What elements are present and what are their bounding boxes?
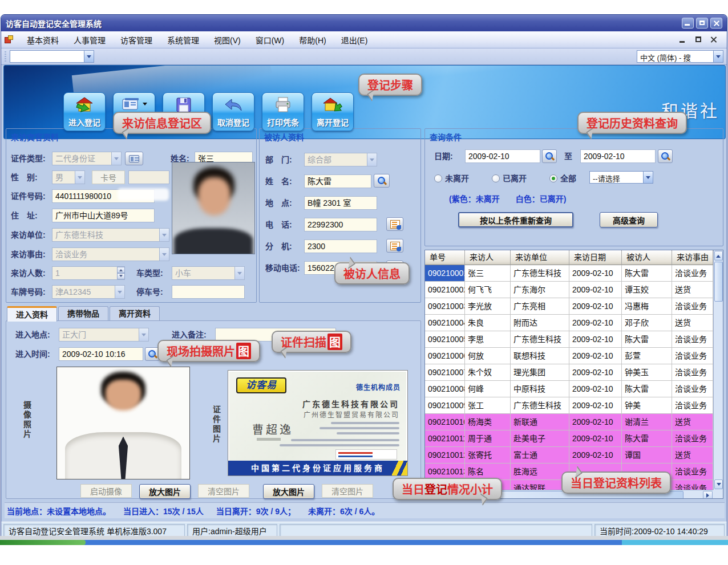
dept-select[interactable]: 综合部 bbox=[304, 153, 377, 166]
table-cell[interactable]: 090210009 bbox=[425, 397, 465, 414]
phone-field[interactable]: 22992300 bbox=[304, 218, 377, 231]
column-header-4[interactable]: 被访人 bbox=[622, 250, 672, 265]
table-cell[interactable]: 新联通 bbox=[511, 414, 569, 430]
tab-0[interactable]: 进入资料 bbox=[7, 306, 57, 322]
chevron-down-icon[interactable] bbox=[643, 172, 653, 183]
menu-item-5[interactable]: 窗口(W) bbox=[248, 34, 292, 47]
table-cell[interactable]: 周于通 bbox=[465, 430, 511, 447]
table-cell[interactable]: 何飞飞 bbox=[465, 282, 511, 298]
table-cell[interactable]: 理光集团 bbox=[511, 364, 569, 381]
tab-2[interactable]: 离开资料 bbox=[110, 306, 160, 321]
table-cell[interactable]: 2009-02-10 bbox=[569, 447, 622, 464]
close-button[interactable] bbox=[710, 18, 722, 29]
table-cell[interactable]: 何放 bbox=[465, 348, 511, 364]
table-cell[interactable]: 2009-02-10 bbox=[569, 331, 622, 348]
table-cell[interactable]: 洽谈业务 bbox=[672, 397, 713, 414]
table-cell[interactable]: 洽谈业务 bbox=[672, 298, 713, 315]
parking-field[interactable] bbox=[172, 285, 245, 299]
date-from-picker-button[interactable] bbox=[542, 149, 557, 163]
cert-type-select[interactable]: 二代身份证 bbox=[52, 152, 122, 165]
search-person-button[interactable] bbox=[374, 174, 390, 188]
filter-select[interactable]: --请选择 bbox=[589, 171, 653, 184]
card-button-1[interactable]: 清空图片 bbox=[322, 484, 373, 498]
table-cell[interactable]: 富士通 bbox=[511, 447, 569, 464]
visit-reason-select[interactable]: 洽谈业务 bbox=[52, 247, 169, 261]
people-count-stepper[interactable] bbox=[117, 267, 125, 279]
table-cell[interactable]: 李思 bbox=[465, 331, 511, 348]
card-no-field[interactable] bbox=[128, 170, 169, 184]
table-row[interactable]: 090210009张工广东德生科技2009-02-10钟美洽谈业务 bbox=[425, 397, 713, 414]
table-cell[interactable]: 陈大雷 bbox=[622, 381, 672, 397]
table-cell[interactable]: 联想科技 bbox=[511, 348, 569, 364]
table-cell[interactable]: 090210003 bbox=[425, 298, 465, 315]
entry-location-select[interactable]: 正大门 bbox=[59, 328, 149, 342]
table-cell[interactable]: 陈大雷 bbox=[622, 265, 672, 282]
menu-item-1[interactable]: 人事管理 bbox=[66, 34, 113, 47]
table-row[interactable]: 090210005李思广东德生科技2009-02-10陈大雷洽谈业务 bbox=[425, 331, 713, 348]
table-cell[interactable]: 朱良 bbox=[465, 315, 511, 331]
toolbar-button-print[interactable]: 打印凭条 bbox=[262, 92, 304, 131]
table-cell[interactable]: 090210005 bbox=[425, 331, 465, 348]
table-row[interactable]: 090210010杨海类新联通2009-02-10谢清兰送货 bbox=[425, 414, 713, 430]
chevron-down-icon[interactable] bbox=[713, 51, 723, 62]
table-cell[interactable]: 2009-02-10 bbox=[569, 381, 622, 397]
toolbar-combobox[interactable] bbox=[10, 50, 94, 63]
table-cell[interactable]: 2009-02-10 bbox=[569, 282, 622, 298]
table-cell[interactable]: 张工 bbox=[465, 397, 511, 414]
table-row[interactable]: 090210002何飞飞广东海尔2009-02-10谭玉姣送货 bbox=[425, 282, 713, 298]
scrollbar-thumb[interactable] bbox=[714, 262, 723, 302]
table-cell[interactable]: 张三 bbox=[465, 265, 511, 282]
menu-item-2[interactable]: 访客管理 bbox=[113, 34, 160, 47]
date-to-picker-button[interactable] bbox=[658, 149, 673, 163]
table-row[interactable]: 090210007朱个奴理光集团2009-02-10钟美玉洽谈业务 bbox=[425, 364, 713, 381]
menu-item-0[interactable]: 基本资料 bbox=[19, 34, 66, 47]
table-cell[interactable]: 洽谈业务 bbox=[672, 364, 713, 381]
table-cell[interactable]: 赴美电子 bbox=[511, 430, 569, 447]
requery-button[interactable]: 按以上条件重新查询 bbox=[458, 212, 573, 227]
menu-item-6[interactable]: 帮助(H) bbox=[292, 34, 333, 47]
table-cell[interactable]: 090210001 bbox=[425, 265, 465, 282]
read-id-card-button[interactable] bbox=[125, 152, 143, 165]
restore-button[interactable] bbox=[696, 18, 708, 29]
column-header-5[interactable]: 来访事由 bbox=[672, 250, 713, 265]
table-cell[interactable]: 090210002 bbox=[425, 282, 465, 298]
mdi-restore-button[interactable] bbox=[694, 35, 703, 44]
table-cell[interactable]: 邓子欣 bbox=[622, 315, 672, 331]
radio-2[interactable]: 全部 bbox=[549, 173, 576, 183]
table-cell[interactable]: 洽谈业务 bbox=[672, 430, 713, 447]
table-cell[interactable]: 090210004 bbox=[425, 315, 465, 331]
table-cell[interactable]: 钟美 bbox=[622, 397, 672, 414]
table-row[interactable]: 090210004朱良附而达2009-02-10邓子欣送货 bbox=[425, 315, 713, 331]
radio-1[interactable]: 已离开 bbox=[492, 173, 527, 183]
date-from-field[interactable]: 2009-02-10 bbox=[465, 149, 540, 163]
column-header-1[interactable]: 来访人 bbox=[465, 250, 511, 265]
table-cell[interactable]: 090210006 bbox=[425, 348, 465, 364]
visited-name-field[interactable]: 陈大雷 bbox=[304, 174, 371, 188]
minimize-button[interactable] bbox=[682, 18, 694, 29]
table-cell[interactable]: 广东海尔 bbox=[511, 282, 569, 298]
table-cell[interactable]: 谭国 bbox=[622, 447, 672, 464]
card-no-button[interactable]: 卡号 bbox=[92, 170, 125, 184]
entry-time-field[interactable]: 2009-02-10 10:16 bbox=[59, 347, 143, 361]
people-count-field[interactable]: 1 bbox=[52, 266, 125, 280]
table-cell[interactable]: 090210010 bbox=[425, 414, 465, 430]
table-cell[interactable]: 送货 bbox=[672, 414, 713, 430]
location-field[interactable]: B幢 2301 室 bbox=[304, 196, 377, 210]
photo-button-2[interactable]: 清空图片 bbox=[198, 484, 249, 498]
vehicle-type-select[interactable]: 小车 bbox=[172, 266, 245, 280]
plate-select[interactable]: 津A12345 bbox=[52, 285, 125, 299]
dial-ext-button[interactable] bbox=[386, 239, 403, 253]
mdi-minimize-button[interactable] bbox=[678, 35, 688, 44]
card-button-0[interactable]: 放大图片 bbox=[263, 484, 314, 499]
toolbar-button-enter-registration[interactable]: 进入登记 bbox=[63, 92, 106, 131]
table-row[interactable]: 090210003李光放广东亮相2009-02-10冯惠梅洽谈业务 bbox=[425, 298, 713, 315]
visit-company-select[interactable]: 广东德生科技 bbox=[52, 228, 169, 242]
table-cell[interactable]: 090210007 bbox=[425, 364, 465, 381]
table-cell[interactable]: 洽谈业务 bbox=[672, 265, 713, 282]
table-cell[interactable]: 何峰 bbox=[465, 381, 511, 397]
table-cell[interactable]: 2009-02-10 bbox=[569, 414, 622, 430]
menu-item-3[interactable]: 系统管理 bbox=[160, 34, 207, 47]
table-row[interactable]: 090210011周于通赴美电子2009-02-10陈大雷洽谈业务 bbox=[425, 430, 713, 447]
language-select[interactable]: 中文 (简体) - 搜 bbox=[637, 50, 723, 63]
table-cell[interactable]: 广东德生科技 bbox=[511, 265, 569, 282]
